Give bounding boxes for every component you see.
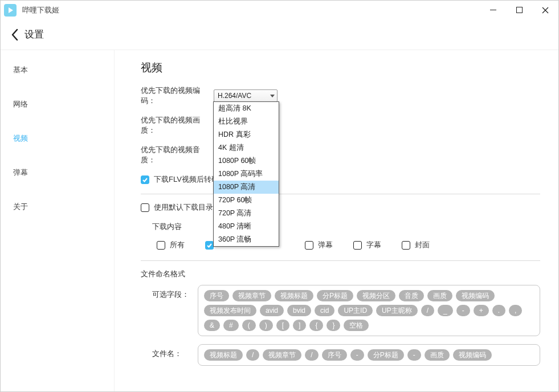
content-panel: 视频 优先下载的视频编码： H.264/AVC 优先下载的视频画质： 1080P… bbox=[115, 50, 558, 391]
dl-all-checkbox[interactable] bbox=[157, 241, 165, 250]
dl-all-label: 所有 bbox=[170, 240, 185, 250]
field-chip[interactable]: 空格 bbox=[344, 320, 369, 331]
window-title: 哔哩下载姬 bbox=[22, 5, 59, 15]
field-chip[interactable]: 画质 bbox=[427, 290, 452, 301]
divider bbox=[141, 194, 540, 194]
svg-marker-0 bbox=[9, 7, 13, 13]
maximize-button[interactable] bbox=[506, 1, 532, 19]
filename-chip[interactable]: 视频编码 bbox=[453, 349, 492, 361]
page-title: 设置 bbox=[25, 28, 44, 41]
quality-option[interactable]: 超高清 8K bbox=[214, 102, 279, 115]
default-dir-checkbox[interactable] bbox=[141, 203, 149, 212]
svg-marker-5 bbox=[270, 95, 275, 97]
field-chip[interactable]: . bbox=[492, 305, 505, 316]
filename-box: 视频标题/视频章节/序号-分P标题-画质视频编码 bbox=[198, 344, 540, 366]
quality-option[interactable]: 4K 超清 bbox=[214, 141, 279, 154]
back-button[interactable] bbox=[9, 28, 21, 41]
field-chip[interactable]: 视频发布时间 bbox=[204, 305, 256, 316]
dl-cover-label: 封面 bbox=[415, 240, 430, 250]
filename-chip[interactable]: - bbox=[407, 349, 421, 361]
close-button[interactable] bbox=[532, 1, 558, 19]
filename-chip[interactable]: 画质 bbox=[425, 349, 450, 361]
divider bbox=[141, 260, 540, 261]
dl-danmaku-label: 弹幕 bbox=[318, 240, 333, 250]
quality-dropdown-list[interactable]: 超高清 8K杜比视界HDR 真彩4K 超清1080P 60帧1080P 高码率1… bbox=[213, 101, 279, 247]
file-naming-title: 文件命名格式 bbox=[141, 269, 540, 279]
field-chip[interactable]: bvid bbox=[287, 305, 311, 316]
field-chip[interactable]: [ bbox=[276, 320, 289, 331]
flv-transcode-label: 下载FLV视频后转码 bbox=[154, 174, 219, 185]
quality-option[interactable]: 1080P 60帧 bbox=[214, 154, 279, 168]
dl-subtitle-checkbox[interactable] bbox=[353, 241, 362, 250]
download-content-title: 下载内容 bbox=[152, 222, 540, 232]
field-chip[interactable]: } bbox=[327, 320, 340, 331]
codec-value: H.264/AVC bbox=[218, 92, 251, 100]
field-chip[interactable]: / bbox=[421, 305, 434, 316]
section-title: 视频 bbox=[141, 60, 540, 75]
field-chip[interactable]: 视频编码 bbox=[456, 290, 495, 301]
audio-label: 优先下载的视频音质： bbox=[141, 145, 214, 165]
minimize-button[interactable] bbox=[480, 1, 506, 19]
quality-option[interactable]: 360P 流畅 bbox=[214, 233, 279, 246]
field-chip[interactable]: & bbox=[204, 320, 220, 331]
field-chip[interactable]: ] bbox=[293, 320, 306, 331]
field-chip[interactable]: ( bbox=[242, 320, 256, 331]
filename-chip[interactable]: 分P标题 bbox=[368, 349, 404, 361]
field-chip[interactable]: # bbox=[223, 320, 239, 331]
filename-chip[interactable]: - bbox=[350, 349, 364, 361]
dl-cover-checkbox[interactable] bbox=[402, 241, 410, 250]
quality-option[interactable]: 1080P 高清 bbox=[214, 181, 279, 194]
field-chip[interactable]: ) bbox=[259, 320, 273, 331]
default-dir-label: 使用默认下载目录 bbox=[154, 202, 213, 213]
quality-option[interactable]: HDR 真彩 bbox=[214, 128, 279, 141]
quality-option[interactable]: 720P 高清 bbox=[214, 207, 279, 220]
dl-hidden-checkbox[interactable] bbox=[205, 241, 214, 250]
dl-danmaku-checkbox[interactable] bbox=[305, 241, 313, 250]
field-chip[interactable]: _ bbox=[438, 305, 453, 316]
field-chip[interactable]: { bbox=[309, 320, 323, 331]
sidebar-item-about[interactable]: 关于 bbox=[1, 194, 114, 221]
quality-option[interactable]: 1080P 高码率 bbox=[214, 168, 279, 181]
sidebar-item-basic[interactable]: 基本 bbox=[1, 57, 114, 84]
chevron-down-icon bbox=[270, 92, 275, 100]
optional-fields-label: 可选字段： bbox=[152, 285, 198, 336]
field-chip[interactable]: 视频章节 bbox=[232, 290, 271, 301]
field-chip[interactable]: cid bbox=[315, 305, 334, 316]
filename-chip[interactable]: 序号 bbox=[322, 349, 347, 361]
flv-transcode-checkbox[interactable] bbox=[141, 175, 149, 184]
codec-label: 优先下载的视频编码： bbox=[141, 85, 214, 106]
sidebar-item-danmaku[interactable]: 弹幕 bbox=[1, 160, 114, 187]
optional-fields-box: 序号视频章节视频标题分P标题视频分区音质画质视频编码视频发布时间avidbvid… bbox=[198, 285, 540, 336]
codec-combobox[interactable]: H.264/AVC bbox=[214, 89, 278, 102]
filename-chip[interactable]: / bbox=[305, 349, 318, 361]
filename-chip[interactable]: 视频标题 bbox=[204, 349, 243, 361]
dl-subtitle-label: 字幕 bbox=[366, 240, 381, 250]
filename-chip[interactable]: / bbox=[246, 349, 259, 361]
field-chip[interactable]: + bbox=[474, 305, 489, 316]
quality-label: 优先下载的视频画质： bbox=[141, 115, 214, 136]
field-chip[interactable]: UP主昵称 bbox=[376, 305, 418, 316]
field-chip[interactable]: 音质 bbox=[399, 290, 424, 301]
quality-option[interactable]: 720P 60帧 bbox=[214, 194, 279, 207]
quality-option[interactable]: 480P 清晰 bbox=[214, 220, 279, 233]
field-chip[interactable]: UP主ID bbox=[338, 305, 373, 316]
sidebar: 基本 网络 视频 弹幕 关于 bbox=[1, 50, 115, 391]
field-chip[interactable]: 序号 bbox=[204, 290, 229, 301]
sidebar-item-video[interactable]: 视频 bbox=[1, 125, 114, 153]
field-chip[interactable]: , bbox=[509, 305, 522, 316]
app-logo-icon bbox=[4, 4, 17, 17]
filename-label: 文件名： bbox=[152, 344, 198, 366]
filename-chip[interactable]: 视频章节 bbox=[263, 349, 301, 361]
field-chip[interactable]: 视频标题 bbox=[275, 290, 313, 301]
svg-rect-2 bbox=[516, 7, 522, 13]
field-chip[interactable]: avid bbox=[260, 305, 284, 316]
field-chip[interactable]: - bbox=[456, 305, 470, 316]
field-chip[interactable]: 分P标题 bbox=[317, 290, 353, 301]
quality-option[interactable]: 杜比视界 bbox=[214, 115, 279, 128]
sidebar-item-network[interactable]: 网络 bbox=[1, 91, 114, 119]
field-chip[interactable]: 视频分区 bbox=[357, 290, 395, 301]
